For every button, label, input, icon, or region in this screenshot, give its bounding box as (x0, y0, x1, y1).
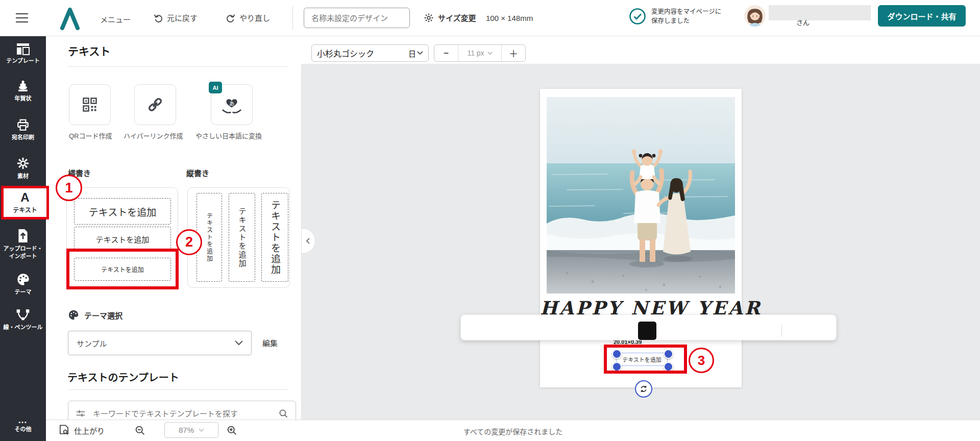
check-circle-icon (629, 8, 646, 25)
ellipsis-icon: ••• (18, 420, 28, 425)
qr-code-tool[interactable] (69, 84, 111, 125)
increase-font-size-button[interactable]: ＋ (502, 45, 525, 61)
design-editor-app: HAPPY NEW YEAR 小杉丸ゴシック 日本語 − 11 ＋ B A (0, 0, 980, 441)
zoom-out-button[interactable] (135, 425, 145, 436)
annotation-box-3 (604, 345, 687, 374)
left-nav-sidebar: テンプレート 年賀状 宛名印刷 素材 A テキスト アップロード・ インポート … (0, 36, 46, 441)
hamburger-menu-button[interactable] (15, 12, 29, 23)
add-vertical-text-button-large[interactable]: テキストを追加 (261, 193, 288, 282)
sidebar-item-nengajo[interactable]: 年賀状 (0, 79, 46, 102)
design-title-input[interactable] (304, 8, 410, 28)
font-size-control: − 11 px ＋ (434, 44, 526, 62)
printer-icon (16, 118, 30, 132)
zoom-in-button[interactable] (227, 425, 237, 436)
qr-code-tool-label: QRコード作成 (69, 131, 112, 140)
sidebar-item-text-active[interactable]: A テキスト (1, 186, 49, 219)
zoom-level-value: 87% (179, 426, 194, 434)
logo-caret-icon (59, 6, 81, 30)
sidebar-item-more[interactable]: ••• その他 (0, 420, 46, 433)
add-text-button-medium[interactable]: テキストを追加 (74, 227, 171, 251)
search-icon (279, 409, 288, 419)
user-name-redacted (769, 5, 871, 20)
rotate-icon (640, 385, 648, 393)
panel-divider (68, 66, 289, 67)
annotation-number-3: 3 (689, 348, 714, 373)
chevron-down-icon (199, 428, 204, 432)
hyperlink-tool-label: ハイパーリンク作成 (124, 131, 183, 140)
pen-tool-icon (16, 308, 30, 322)
panel-divider (68, 389, 289, 390)
palette-icon (16, 273, 30, 286)
finish-preview-button[interactable]: 仕上がり (59, 425, 105, 436)
template-icon (16, 43, 30, 55)
menu-button[interactable]: メニュー (100, 14, 131, 24)
sidebar-item-address-print[interactable]: 宛名印刷 (0, 118, 46, 141)
finished-design-icon (59, 425, 69, 436)
sidebar-item-pen-tools[interactable]: 線・ペンツール (0, 308, 46, 331)
floating-color-swatch[interactable] (638, 322, 656, 340)
header-divider (292, 6, 293, 30)
zoom-in-icon (227, 425, 237, 436)
all-saved-message: すべての変更が保存されました (360, 426, 666, 436)
svg-text:あ: あ (229, 101, 234, 107)
undo-icon (153, 13, 163, 23)
download-share-button[interactable]: ダウンロード・共有 (878, 5, 966, 27)
template-search-input[interactable] (92, 409, 273, 419)
zoom-out-icon (135, 425, 145, 436)
chevron-down-icon (235, 340, 243, 346)
family-beach-photo[interactable] (547, 97, 735, 293)
sidebar-item-theme[interactable]: テーマ (0, 273, 46, 296)
zoom-level-dropdown[interactable]: 87% (164, 422, 218, 438)
rotate-handle[interactable] (635, 380, 652, 398)
save-status-line2: 保存しました (651, 16, 721, 26)
hyperlink-tool[interactable] (134, 84, 176, 125)
hamburger-icon (15, 12, 29, 23)
floating-toolbar-divider (781, 324, 782, 337)
upload-icon (16, 229, 30, 243)
link-icon (146, 96, 164, 113)
user-name-suffix: さん (796, 17, 810, 27)
sidebar-item-template[interactable]: テンプレート (0, 43, 46, 64)
undo-button[interactable]: 元に戻す (153, 12, 198, 23)
theme-select-label-row: テーマ選択 (68, 309, 122, 321)
annotation-box-2 (66, 249, 179, 289)
sidebar-item-materials[interactable]: 素材 (0, 156, 46, 180)
panel-collapse-handle[interactable] (301, 228, 315, 254)
font-size-value[interactable]: 11 px (458, 45, 502, 61)
vertical-writing-label: 縦書き (186, 167, 209, 178)
add-vertical-text-button-medium[interactable]: テキストを追加 (229, 193, 255, 282)
palette-icon (68, 309, 79, 321)
avatar[interactable] (744, 5, 766, 27)
theme-dropdown[interactable]: サンプル (68, 331, 252, 355)
top-bar: メニュー 元に戻す やり直し サイズ変更 100 × 148mm 変更内容をマイ… (0, 0, 980, 36)
decrease-font-size-button[interactable]: − (434, 45, 458, 61)
template-section-title: テキストのテンプレート (67, 370, 179, 384)
save-status-line1: 変更内容をマイページに (651, 7, 721, 16)
kagami-mochi-icon (16, 79, 30, 93)
text-tool-icon: A (20, 191, 29, 204)
text-format-toolbar: 小杉丸ゴシック 日本語 − 11 px ＋ (301, 36, 980, 64)
easy-japanese-tool-label: やさしい日本語に変換 (195, 131, 262, 140)
chevron-down-icon (417, 51, 423, 55)
panel-title: テキスト (68, 43, 110, 58)
font-lang-truncated: 日本語 (408, 48, 415, 59)
theme-select-label: テーマ選択 (84, 310, 122, 321)
ai-badge: AI (209, 82, 222, 93)
app-logo[interactable] (59, 6, 81, 30)
heart-hands-icon: あ (222, 95, 242, 114)
qr-code-icon (82, 97, 97, 112)
chevron-down-icon (487, 52, 493, 55)
annotation-number-2: 2 (176, 229, 202, 255)
redo-button[interactable]: やり直し (226, 12, 270, 23)
filter-sliders-icon (76, 408, 86, 419)
redo-icon (226, 13, 236, 23)
add-text-button-large[interactable]: テキストを追加 (74, 198, 171, 225)
theme-edit-link[interactable]: 編集 (262, 337, 278, 348)
flower-icon (16, 156, 30, 170)
resize-button[interactable]: サイズ変更 (424, 12, 476, 23)
save-status: 変更内容をマイページに 保存しました (629, 7, 721, 26)
annotation-number-1: 1 (56, 175, 82, 201)
design-size-value: 100 × 148mm (486, 14, 533, 22)
font-select[interactable]: 小杉丸ゴシック 日本語 (311, 44, 429, 62)
sidebar-item-upload-import[interactable]: アップロード・ インポート (0, 229, 46, 260)
